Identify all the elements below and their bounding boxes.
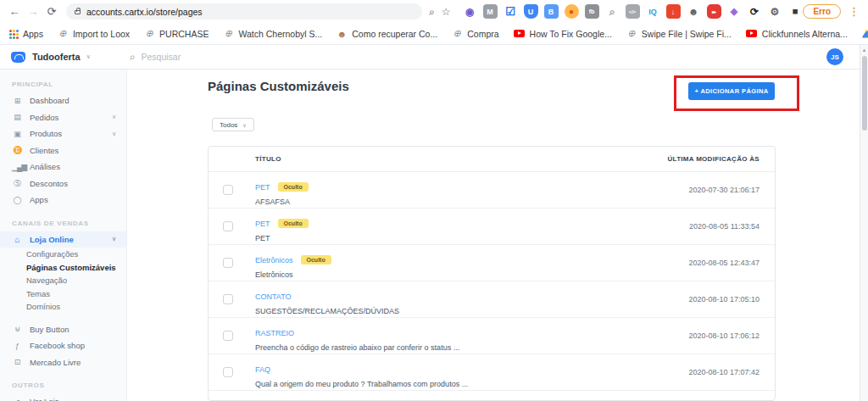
chevron-down-icon: ∨ xyxy=(112,114,116,120)
bookmark-item[interactable]: How To Fix Google... xyxy=(514,29,612,39)
extension-icon[interactable]: ⌕ xyxy=(605,4,620,19)
forward-icon[interactable]: → xyxy=(24,5,42,18)
drive-favicon xyxy=(862,30,868,38)
bookmark-item[interactable]: PURCHASE xyxy=(144,29,209,39)
sidebar-item-clientes[interactable]: ♊ Clientes xyxy=(0,142,126,159)
extension-icon[interactable]: ☑ xyxy=(504,4,518,19)
sidebar-item-mercado-livre[interactable]: ⊡ Mercado Livre xyxy=(0,354,126,371)
extension-icon[interactable]: ↓ xyxy=(666,4,681,19)
app-header: Tudooferta ∨ ⌕ JS xyxy=(0,45,868,70)
page-link[interactable]: PET xyxy=(255,220,270,228)
chevron-down-icon[interactable]: ∨ xyxy=(86,53,91,60)
back-icon[interactable]: ← xyxy=(5,5,24,18)
extension-icon[interactable]: ⟳ xyxy=(748,4,762,19)
bookmark-item[interactable]: Import to Loox xyxy=(58,29,130,39)
filter-dropdown[interactable]: Todos ∨ xyxy=(212,118,254,131)
search-icon: ⌕ xyxy=(130,51,136,63)
page-scrollbar[interactable]: ▲ xyxy=(860,45,868,401)
extensions-row: ◉ M ☑ U B ● fb ⌕ </> IQ ↓ ☻ ▸▸ ◆ ⟳ ⚙ ◼ xyxy=(463,4,803,19)
reload-icon[interactable]: ⟳ xyxy=(42,5,61,18)
store-name[interactable]: Tudooferta xyxy=(32,52,81,62)
sidebar-item-descontos[interactable]: Ⓢ Descontos xyxy=(0,175,126,192)
sidebar-item-loja-online[interactable]: ⌂ Loja Online ∨ xyxy=(0,231,126,248)
sidebar-item-produtos[interactable]: ▣ Produtos ∨ xyxy=(0,125,126,142)
extension-icon[interactable]: ☻ xyxy=(687,4,701,19)
bookmark-item[interactable]: Clickfunnels Alterna... xyxy=(746,29,848,39)
page-link[interactable]: PET xyxy=(255,183,270,192)
row-checkbox[interactable] xyxy=(223,367,233,377)
pages-table: TÍTULO ÚLTIMA MODIFICAÇÃO ÀS PETOculto A… xyxy=(208,146,776,401)
bookmark-item[interactable]: Como recuperar Co... xyxy=(337,29,437,39)
sidebar-item-dashboard[interactable]: ⊞ Dashboard xyxy=(0,92,126,109)
extension-icon[interactable]: M xyxy=(483,4,498,19)
bookmark-star-icon[interactable]: ☆ xyxy=(442,6,451,18)
bookmark-apps[interactable]: Apps xyxy=(8,29,43,39)
global-search[interactable]: ⌕ xyxy=(130,51,362,63)
row-checkbox[interactable] xyxy=(223,258,233,268)
sidebar-item-ver-loja[interactable]: ↗ Ver Loja xyxy=(0,393,126,401)
row-checkbox[interactable] xyxy=(223,294,233,304)
scrollbar-up-icon[interactable]: ▲ xyxy=(860,45,868,53)
address-bar[interactable]: accounts.cartx.io/store/pages xyxy=(66,3,422,19)
chrome-menu-icon[interactable]: ⋮ xyxy=(845,5,863,18)
bookmark-item[interactable]: Watch Chernobyl S... xyxy=(223,29,322,39)
extension-icon[interactable]: ◼ xyxy=(788,4,803,19)
url-text[interactable]: accounts.cartx.io/store/pages xyxy=(86,7,203,17)
status-badge: Oculto xyxy=(278,182,309,192)
bookmark-label: Watch Chernobyl S... xyxy=(238,29,322,39)
row-checkbox[interactable] xyxy=(223,331,233,341)
row-checkbox[interactable] xyxy=(223,185,233,195)
bookmark-label: Como recuperar Co... xyxy=(352,29,437,39)
page-link[interactable]: RASTREIO xyxy=(255,329,294,337)
sidebar-item-temas[interactable]: Temas xyxy=(0,287,126,301)
bookmark-label: How To Fix Google... xyxy=(530,29,612,39)
products-icon: ▣ xyxy=(12,130,22,138)
page-link[interactable]: Eletrônicos xyxy=(255,256,293,265)
chevron-down-icon: ∨ xyxy=(112,236,116,242)
page-subtitle: PET xyxy=(255,234,665,242)
sidebar-item-apps[interactable]: ◯ Apps xyxy=(0,192,126,209)
search-input[interactable] xyxy=(141,52,361,62)
globe-favicon xyxy=(144,29,154,39)
extension-icon[interactable]: ◆ xyxy=(727,4,742,19)
profile-error-badge[interactable]: Erro xyxy=(803,4,841,19)
bookmark-item[interactable]: Swipe File | Swipe Fi... xyxy=(626,29,732,39)
external-link-icon: ↗ xyxy=(12,398,22,401)
column-ultima-modificacao: ÚLTIMA MODIFICAÇÃO ÀS xyxy=(667,155,760,163)
table-row: FAQ Qual a origem do meu produto ? Traba… xyxy=(209,354,775,391)
customers-icon: ♊ xyxy=(12,146,22,154)
extension-icon[interactable]: </> xyxy=(626,4,640,19)
sidebar-item-paginas-customizaveis[interactable]: Páginas Customizáveis xyxy=(0,261,126,275)
extension-icon[interactable]: ◉ xyxy=(463,4,477,19)
sidebar-section-canais: CANAIS DE VENDAS xyxy=(0,209,126,231)
page-subtitle: AFSAFSA xyxy=(255,198,665,206)
sidebar-item-facebook-shop[interactable]: ƒ Facebook shop xyxy=(0,337,126,354)
page-title: Páginas Customizáveis xyxy=(208,79,349,93)
chevron-down-icon: ∨ xyxy=(112,131,116,137)
avatar[interactable]: JS xyxy=(826,48,843,65)
person-favicon xyxy=(337,29,347,39)
extension-icon[interactable]: U xyxy=(524,4,538,19)
extension-icon[interactable]: fb xyxy=(585,4,599,19)
sidebar-item-label: Mercado Livre xyxy=(30,358,81,367)
row-checkbox[interactable] xyxy=(223,221,233,231)
sidebar-item-pedidos[interactable]: ▤ Pedidos ∨ xyxy=(0,109,126,126)
extension-icon[interactable]: IQ xyxy=(646,4,660,19)
sidebar-item-navegacao[interactable]: Navegação xyxy=(0,274,126,287)
zoom-icon[interactable]: ⌕ xyxy=(429,6,435,18)
extension-icon[interactable]: ▸▸ xyxy=(707,4,721,19)
sidebar-item-analises[interactable]: ▁▄▆ Análises xyxy=(0,159,126,175)
extensions-puzzle-icon[interactable]: ⚙ xyxy=(768,4,782,19)
extension-icon[interactable]: ● xyxy=(565,4,579,19)
page-link[interactable]: FAQ xyxy=(255,365,270,374)
scrollbar-thumb[interactable] xyxy=(862,56,867,131)
page-subtitle: Preencha o código de rastreio abaixo par… xyxy=(255,343,665,352)
sidebar-item-dominios[interactable]: Domínios xyxy=(0,300,126,314)
add-page-button[interactable]: + ADICIONAR PÁGINA xyxy=(688,82,775,100)
extension-icon[interactable]: B xyxy=(544,4,559,19)
bookmark-item[interactable]: Compra xyxy=(452,29,498,39)
sidebar-item-configuracoes[interactable]: Configurações xyxy=(0,248,126,261)
bookmark-item[interactable]: Google Drive - Cot... xyxy=(862,29,868,39)
page-link[interactable]: CONTATO xyxy=(255,292,292,301)
sidebar-item-buy-button[interactable]: ⊎ Buy Button xyxy=(0,321,126,338)
